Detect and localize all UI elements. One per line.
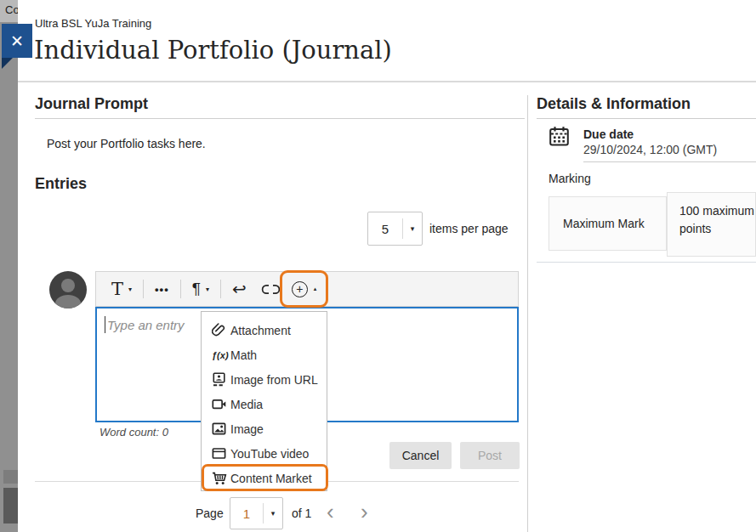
link-icon xyxy=(261,284,281,295)
placeholder-row: Type an entry xyxy=(105,316,185,333)
editor-placeholder: Type an entry xyxy=(107,318,185,332)
caret-down-icon: ▾ xyxy=(264,509,282,518)
next-page-button[interactable]: › xyxy=(361,501,368,523)
menu-item-label: YouTube video xyxy=(230,447,309,461)
text-style-icon: T xyxy=(111,279,123,299)
avatar-head-shape xyxy=(61,279,75,292)
calendar-icon xyxy=(548,125,571,151)
due-date-value: 29/10/2024, 12:00 (GMT) xyxy=(583,143,717,156)
menu-item-label: Content Market xyxy=(230,472,312,485)
text-cursor xyxy=(105,316,105,333)
toolbar-separator xyxy=(143,280,144,298)
menu-item-image-from-url[interactable]: Image from URL xyxy=(202,367,327,392)
caret-down-icon: ▾ xyxy=(128,286,132,293)
post-button-disabled[interactable]: Post xyxy=(460,442,520,469)
page-of-label: of 1 xyxy=(292,507,311,520)
maximum-mark-cell: Maximum Mark xyxy=(549,196,667,251)
avatar-body-shape xyxy=(55,295,81,308)
dimmed-background-block xyxy=(3,470,18,484)
previous-page-button[interactable]: ‹ xyxy=(327,501,334,523)
plus-circle-icon: + xyxy=(292,281,308,297)
add-content-menu: Attachment ƒ(x) Math Image from URL xyxy=(201,311,327,491)
breadcrumb-course-name: Ultra BSL YuJa Training xyxy=(35,17,151,30)
menu-item-label: Math xyxy=(230,348,257,362)
journal-prompt-text: Post your Portfolio tasks here. xyxy=(47,137,206,150)
page-number-value: 1 xyxy=(230,507,263,521)
caret-up-icon: ▴ xyxy=(314,286,317,292)
details-divider xyxy=(537,118,756,119)
paragraph-icon: ¶ xyxy=(192,280,201,298)
menu-item-youtube-video[interactable]: YouTube video xyxy=(202,441,327,466)
media-icon xyxy=(212,397,230,411)
close-panel-button[interactable]: ✕ xyxy=(2,24,32,58)
toolbar-separator xyxy=(220,280,221,298)
menu-item-label: Image xyxy=(230,422,264,436)
page-title: Individual Portfolio (Journal) xyxy=(34,36,392,65)
menu-item-content-market-highlighted[interactable]: Content Market xyxy=(202,466,327,490)
menu-item-math[interactable]: ƒ(x) Math xyxy=(202,342,327,367)
items-per-page-value: 5 xyxy=(368,222,402,236)
user-avatar xyxy=(49,271,87,308)
details-heading: Details & Information xyxy=(537,95,691,113)
header-divider xyxy=(18,81,756,82)
menu-item-attachment[interactable]: Attachment xyxy=(202,318,327,342)
close-icon: ✕ xyxy=(10,31,24,51)
cart-icon xyxy=(212,472,230,485)
caret-down-icon: ▾ xyxy=(206,286,209,293)
toolbar-separator xyxy=(180,280,181,298)
dimmed-background-strip: Co xyxy=(0,0,18,532)
entries-heading: Entries xyxy=(35,175,87,193)
marking-divider xyxy=(537,262,756,263)
math-icon: ƒ(x) xyxy=(212,350,230,360)
chevron-right-icon: › xyxy=(361,499,368,524)
menu-item-label: Image from URL xyxy=(230,373,318,387)
paragraph-style-button[interactable]: ¶ ▾ xyxy=(192,280,209,298)
image-icon xyxy=(212,422,230,436)
dimmed-background-text: Co xyxy=(0,0,18,22)
youtube-icon xyxy=(212,446,230,461)
due-date-label: Due date xyxy=(583,127,634,141)
due-date-divider xyxy=(583,161,756,162)
items-per-page-select[interactable]: 5 ▾ xyxy=(367,212,423,246)
undo-button[interactable]: ↩ xyxy=(232,279,261,299)
menu-item-label: Attachment xyxy=(230,324,291,337)
paperclip-icon xyxy=(212,323,230,337)
page-number-select[interactable]: 1 ▾ xyxy=(230,497,283,529)
column-divider xyxy=(527,95,528,532)
word-count: Word count: 0 xyxy=(99,426,168,439)
marking-label: Marking xyxy=(549,172,591,185)
caret-down-icon: ▾ xyxy=(403,224,422,233)
chevron-left-icon: ‹ xyxy=(327,499,334,524)
menu-item-image[interactable]: Image xyxy=(202,416,327,441)
maximum-points-cell: 100 maximum points xyxy=(667,192,756,257)
cancel-button[interactable]: Cancel xyxy=(389,442,452,469)
undo-icon: ↩ xyxy=(232,279,247,299)
journal-prompt-divider xyxy=(35,118,525,119)
items-per-page-label: items per page xyxy=(429,222,509,235)
menu-item-label: Media xyxy=(230,398,263,411)
menu-item-media[interactable]: Media xyxy=(202,392,327,416)
page-label: Page xyxy=(196,507,224,520)
journal-panel: Ultra BSL YuJa Training Individual Portf… xyxy=(18,0,756,532)
dimmed-background-block xyxy=(3,488,18,524)
image-from-url-icon xyxy=(212,372,230,387)
text-style-button[interactable]: T ▾ xyxy=(96,279,132,299)
insert-link-button[interactable] xyxy=(261,284,281,295)
add-content-button-highlighted[interactable]: + ▴ xyxy=(280,270,328,308)
journal-prompt-heading: Journal Prompt xyxy=(35,95,148,113)
close-button-tail xyxy=(2,58,13,69)
more-options-button[interactable]: ••• xyxy=(155,283,169,296)
more-options-icon: ••• xyxy=(155,283,169,296)
